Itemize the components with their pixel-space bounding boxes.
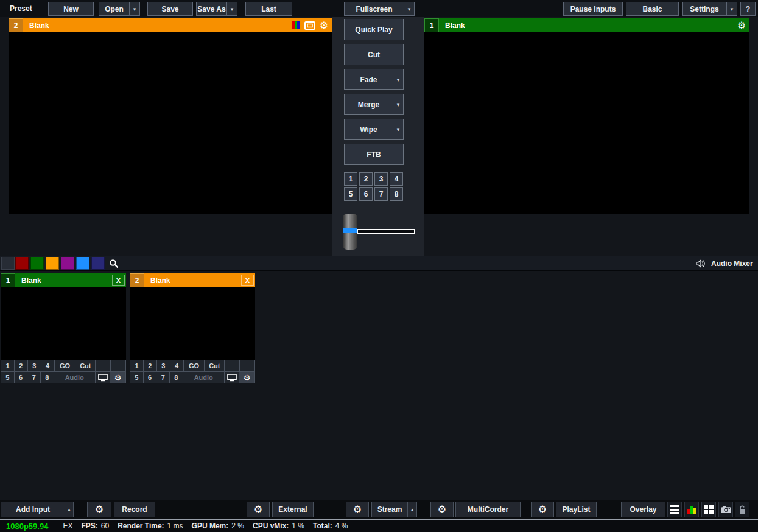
- gear-button-playlist[interactable]: ⚙: [531, 502, 554, 517]
- overlay-button[interactable]: Overlay: [621, 502, 665, 517]
- transition-number-1-button[interactable]: 1: [344, 172, 357, 186]
- search-icon: [109, 259, 119, 268]
- wipe-button[interactable]: Wipe: [344, 119, 393, 140]
- transition-number-2-button[interactable]: 2: [359, 172, 373, 186]
- preview-title: Blank: [29, 21, 49, 30]
- transition-number-3-button[interactable]: 3: [374, 172, 388, 186]
- fullscreen-output-button[interactable]: [95, 371, 111, 383]
- overlay-6-button[interactable]: 6: [14, 371, 28, 383]
- settings-button[interactable]: Settings: [682, 2, 727, 16]
- fullscreen-output-button[interactable]: [224, 371, 240, 383]
- overlay-1-button[interactable]: 1: [1, 360, 15, 372]
- transition-number-6-button[interactable]: 6: [359, 187, 373, 201]
- quick-play-button[interactable]: Quick Play: [344, 19, 404, 40]
- monitor-icon[interactable]: [304, 21, 315, 30]
- input-2-close-button[interactable]: X: [241, 275, 254, 286]
- input-1-settings-button[interactable]: ⚙: [110, 371, 126, 383]
- save-as-button[interactable]: Save As: [196, 2, 227, 16]
- record-button[interactable]: Record: [114, 502, 155, 517]
- wipe-dropdown-button[interactable]: ▾: [393, 119, 404, 140]
- input-2-thumbnail[interactable]: [130, 287, 255, 360]
- overlay-7-button[interactable]: 7: [27, 371, 41, 383]
- color-filter-navy[interactable]: [91, 257, 105, 270]
- transition-number-8-button[interactable]: 8: [390, 187, 403, 201]
- multicorder-button[interactable]: MultiCorder: [455, 502, 521, 517]
- snapshot-button[interactable]: [718, 502, 733, 517]
- color-filter-none[interactable]: [1, 257, 15, 270]
- color-filter-red[interactable]: [15, 257, 29, 270]
- playlist-button[interactable]: PlayList: [556, 502, 597, 517]
- new-button[interactable]: New: [48, 2, 94, 16]
- overlay-5-button[interactable]: 5: [130, 371, 144, 383]
- transition-number-7-button[interactable]: 7: [374, 187, 388, 201]
- settings-dropdown-button[interactable]: ▾: [726, 2, 737, 16]
- transition-number-5-button[interactable]: 5: [344, 187, 357, 201]
- save-as-dropdown-button[interactable]: ▾: [226, 2, 237, 16]
- color-filter-orange[interactable]: [46, 257, 59, 270]
- color-filter-blue[interactable]: [76, 257, 89, 270]
- gear-button-multicorder[interactable]: ⚙: [430, 502, 454, 517]
- color-filter-purple[interactable]: [61, 257, 74, 270]
- color-filter-green[interactable]: [30, 257, 44, 270]
- overlay-2-button[interactable]: 2: [143, 360, 157, 372]
- merge-dropdown-button[interactable]: ▾: [393, 94, 404, 115]
- audio-button[interactable]: Audio: [183, 371, 225, 383]
- fullscreen-button[interactable]: Fullscreen: [344, 2, 404, 16]
- input-1-thumbnail[interactable]: [1, 287, 126, 360]
- program-settings-gear-icon[interactable]: ⚙: [737, 21, 746, 30]
- go-button[interactable]: GO: [183, 360, 205, 372]
- preview-settings-gear-icon[interactable]: ⚙: [320, 21, 328, 30]
- colorbars-icon[interactable]: [292, 21, 300, 29]
- merge-button[interactable]: Merge: [344, 94, 393, 115]
- open-button[interactable]: Open: [99, 2, 130, 16]
- overlay-8-button[interactable]: 8: [40, 371, 54, 383]
- basic-button[interactable]: Basic: [626, 2, 679, 16]
- overlay-5-button[interactable]: 5: [1, 371, 15, 383]
- input-1-close-button[interactable]: X: [112, 275, 125, 286]
- overlay-8-button[interactable]: 8: [169, 371, 183, 383]
- fade-button[interactable]: Fade: [344, 69, 393, 90]
- tbar-handle[interactable]: [343, 214, 357, 250]
- multiview-button[interactable]: [701, 502, 716, 517]
- overlay-3-button[interactable]: 3: [27, 360, 41, 372]
- pause-inputs-button[interactable]: Pause Inputs: [563, 2, 623, 16]
- overlay-3-button[interactable]: 3: [156, 360, 170, 372]
- input-2-number: 2: [130, 273, 144, 287]
- input-2-settings-button[interactable]: ⚙: [239, 371, 255, 383]
- input-2-controls-row-1: 1 2 3 4 GO Cut: [130, 360, 255, 372]
- overlay-7-button[interactable]: 7: [156, 371, 170, 383]
- fade-dropdown-button[interactable]: ▾: [393, 69, 404, 90]
- cut-button[interactable]: Cut: [75, 360, 96, 372]
- cut-button[interactable]: Cut: [344, 44, 404, 65]
- gear-button-stream[interactable]: ⚙: [346, 502, 369, 517]
- overlay-1-button[interactable]: 1: [130, 360, 144, 372]
- external-button[interactable]: External: [272, 502, 314, 517]
- ftb-button[interactable]: FTB: [344, 144, 404, 165]
- last-button[interactable]: Last: [245, 2, 292, 16]
- stream-dropdown-button[interactable]: ▴: [407, 502, 417, 517]
- input-1-title-bar[interactable]: 1 Blank X: [1, 273, 126, 287]
- audio-button[interactable]: Audio: [54, 371, 96, 383]
- overlay-4-button[interactable]: 4: [41, 360, 55, 372]
- add-input-button[interactable]: Add Input: [1, 502, 65, 517]
- search-button[interactable]: [107, 257, 121, 270]
- overlay-2-button[interactable]: 2: [14, 360, 28, 372]
- audio-meters-button[interactable]: [684, 502, 699, 517]
- cut-button[interactable]: Cut: [204, 360, 225, 372]
- overlay-6-button[interactable]: 6: [143, 371, 157, 383]
- gear-button-external[interactable]: ⚙: [247, 502, 270, 517]
- fullscreen-dropdown-button[interactable]: ▾: [404, 2, 415, 16]
- add-input-dropdown-button[interactable]: ▴: [65, 502, 74, 517]
- gear-button-record[interactable]: ⚙: [87, 502, 111, 517]
- input-2-title-bar[interactable]: 2 Blank X: [130, 273, 255, 287]
- lock-button[interactable]: [735, 502, 749, 517]
- list-toggle-button[interactable]: [667, 502, 682, 517]
- transition-number-4-button[interactable]: 4: [390, 172, 403, 186]
- go-button[interactable]: GO: [54, 360, 76, 372]
- open-dropdown-button[interactable]: ▾: [129, 2, 140, 16]
- help-button[interactable]: ?: [740, 2, 756, 16]
- save-button[interactable]: Save: [147, 2, 193, 16]
- overlay-4-button[interactable]: 4: [170, 360, 184, 372]
- stream-button[interactable]: Stream: [371, 502, 408, 517]
- audio-mixer-toggle[interactable]: Audio Mixer: [690, 256, 753, 271]
